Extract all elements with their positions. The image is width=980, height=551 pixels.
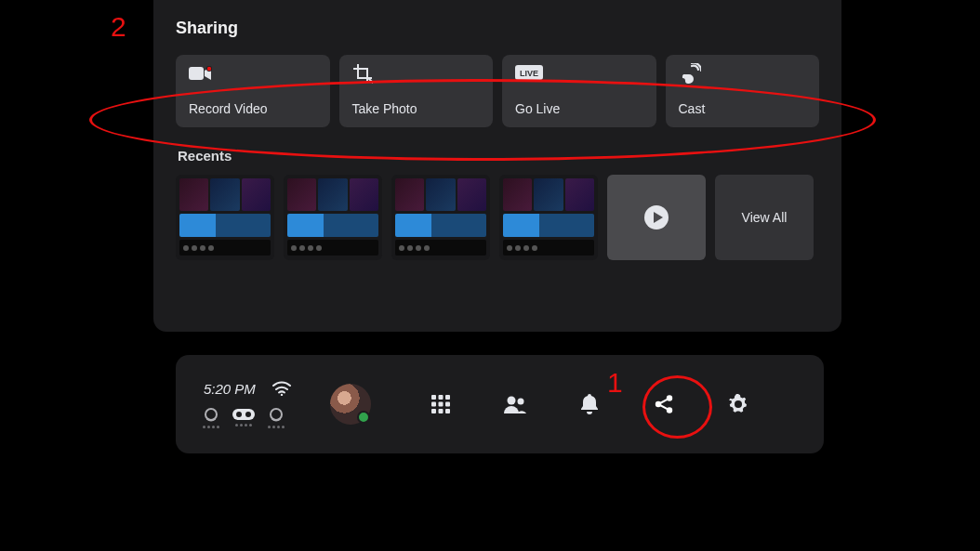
- svg-rect-20: [445, 409, 450, 413]
- svg-point-6: [281, 394, 283, 396]
- sharing-panel: Sharing Record Video Take Photo LIVE Go …: [153, 0, 841, 332]
- dock-nav: [429, 392, 750, 416]
- recent-play-button[interactable]: [607, 175, 706, 260]
- record-video-button[interactable]: Record Video: [176, 55, 330, 127]
- record-video-label: Record Video: [189, 101, 317, 116]
- quick-pill-left[interactable]: [202, 408, 220, 428]
- svg-text:LIVE: LIVE: [520, 69, 538, 78]
- svg-rect-13: [439, 395, 444, 400]
- crop-camera-icon: [352, 64, 481, 83]
- share-icon: [654, 394, 674, 414]
- svg-rect-27: [658, 403, 669, 411]
- go-live-label: Go Live: [515, 101, 643, 116]
- svg-rect-17: [445, 402, 450, 407]
- svg-point-10: [245, 412, 251, 417]
- quick-pill-center[interactable]: [232, 408, 256, 428]
- cast-button[interactable]: Cast: [666, 55, 820, 127]
- recent-thumb-4[interactable]: [499, 175, 598, 260]
- svg-point-22: [518, 399, 524, 405]
- take-photo-button[interactable]: Take Photo: [339, 55, 494, 127]
- take-photo-label: Take Photo: [352, 101, 481, 116]
- svg-rect-16: [439, 402, 444, 407]
- clock: 5:20 PM: [204, 381, 256, 397]
- bell-icon: [580, 394, 599, 414]
- cast-icon: [679, 64, 807, 83]
- svg-rect-8: [232, 409, 255, 420]
- oculus-mirror-icon: [267, 408, 285, 423]
- oculus-headset-icon: [202, 408, 220, 423]
- view-all-button[interactable]: View All: [715, 175, 814, 260]
- svg-point-9: [236, 412, 242, 417]
- svg-rect-18: [431, 409, 436, 413]
- live-badge-icon: LIVE: [515, 64, 643, 83]
- recent-thumb-2[interactable]: [284, 175, 382, 260]
- video-camera-icon: [189, 64, 317, 83]
- svg-point-28: [735, 400, 742, 408]
- sharing-options-row: Record Video Take Photo LIVE Go Live Cas…: [174, 55, 821, 127]
- panel-title: Sharing: [176, 19, 821, 38]
- svg-rect-19: [439, 409, 444, 413]
- avatar[interactable]: [330, 384, 371, 425]
- notifications-button[interactable]: [577, 392, 602, 416]
- people-icon: [503, 395, 527, 413]
- view-all-label: View All: [742, 210, 788, 225]
- apps-button[interactable]: [429, 392, 453, 416]
- svg-rect-0: [189, 67, 204, 80]
- recent-thumb-1[interactable]: [176, 175, 274, 260]
- svg-rect-15: [431, 402, 436, 407]
- recents-title: Recents: [178, 148, 821, 164]
- recent-thumb-3[interactable]: [391, 175, 490, 260]
- gear-icon: [728, 394, 748, 414]
- recents-row: View All: [174, 175, 821, 260]
- annotation-label-2: 2: [111, 11, 126, 43]
- vr-goggles-icon: [232, 408, 256, 421]
- share-button[interactable]: [652, 392, 676, 416]
- annotation-label-1: 1: [607, 367, 623, 399]
- cast-label: Cast: [679, 101, 807, 116]
- settings-button[interactable]: [726, 392, 750, 416]
- dock-status: 5:20 PM: [202, 381, 304, 428]
- svg-point-2: [207, 67, 211, 71]
- svg-rect-14: [445, 395, 450, 400]
- go-live-button[interactable]: LIVE Go Live: [502, 55, 656, 127]
- apps-grid-icon: [430, 394, 451, 414]
- play-icon: [643, 204, 669, 230]
- svg-point-21: [508, 397, 516, 405]
- svg-rect-12: [431, 395, 436, 400]
- dock: 5:20 PM: [176, 355, 824, 453]
- people-button[interactable]: [503, 392, 527, 416]
- wifi-icon: [272, 381, 291, 396]
- quick-pill-right[interactable]: [267, 408, 285, 428]
